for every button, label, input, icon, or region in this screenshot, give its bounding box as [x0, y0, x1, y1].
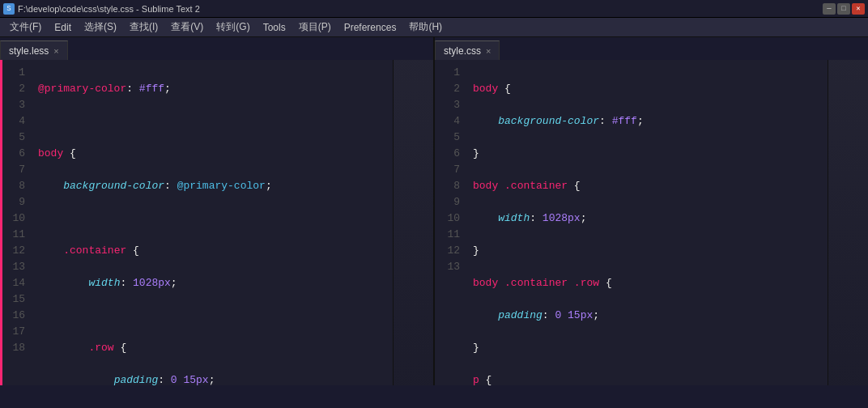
- minimap-less: [393, 60, 433, 385]
- menu-project[interactable]: 项目(P): [292, 19, 338, 36]
- title-bar: S F:\develop\code\css\style.css - Sublim…: [0, 0, 868, 18]
- menu-tools[interactable]: Tools: [257, 20, 292, 35]
- code-area-css[interactable]: 12345 678910 111213 body { background-co…: [435, 60, 868, 385]
- tab-label-less: style.less: [9, 45, 49, 57]
- minimap-css: [828, 60, 868, 385]
- title-bar-left: S F:\develop\code\css\style.css - Sublim…: [3, 3, 200, 15]
- menu-edit[interactable]: Edit: [48, 20, 78, 35]
- menu-select[interactable]: 选择(S): [78, 19, 123, 36]
- code-lines-less: @primary-color: #fff; body { background-…: [32, 60, 393, 385]
- line-numbers-css: 12345 678910 111213: [437, 60, 466, 385]
- tab-style-css[interactable]: style.css ×: [435, 40, 500, 60]
- menu-bar: 文件(F) Edit 选择(S) 查找(I) 查看(V) 转到(G) Tools…: [0, 18, 868, 37]
- close-button[interactable]: ✕: [852, 3, 865, 15]
- code-lines-css: body { background-color: #fff; } body .c…: [466, 60, 828, 385]
- menu-file[interactable]: 文件(F): [3, 19, 48, 36]
- tab-label-css: style.css: [444, 45, 481, 57]
- window-title: F:\develop\code\css\style.css - Sublime …: [18, 4, 200, 14]
- tab-bar-css: style.css ×: [435, 37, 868, 60]
- tab-close-css[interactable]: ×: [486, 46, 491, 56]
- code-area-less[interactable]: 12345 678910 1112131415 161718 @primary-…: [0, 60, 433, 385]
- tab-bar-less: style.less ×: [0, 37, 433, 60]
- editor-area: style.less × 12345 678910 1112131415 161…: [0, 37, 868, 385]
- menu-preferences[interactable]: Preferences: [338, 20, 403, 35]
- tab-style-less[interactable]: style.less ×: [0, 40, 68, 60]
- menu-view[interactable]: 查看(V): [164, 19, 210, 36]
- line-numbers-less: 12345 678910 1112131415 161718: [2, 60, 32, 385]
- window-controls[interactable]: ─ □ ✕: [823, 3, 865, 15]
- menu-help[interactable]: 帮助(H): [402, 19, 449, 36]
- app-icon: S: [3, 3, 15, 15]
- editor-pane-less: style.less × 12345 678910 1112131415 161…: [0, 37, 433, 385]
- tab-close-less[interactable]: ×: [53, 46, 58, 56]
- menu-find[interactable]: 查找(I): [123, 19, 164, 36]
- maximize-button[interactable]: □: [837, 3, 850, 15]
- editor-pane-css: style.css × 12345 678910 111213 body { b…: [433, 37, 868, 385]
- minimize-button[interactable]: ─: [823, 3, 836, 15]
- menu-goto[interactable]: 转到(G): [210, 19, 256, 36]
